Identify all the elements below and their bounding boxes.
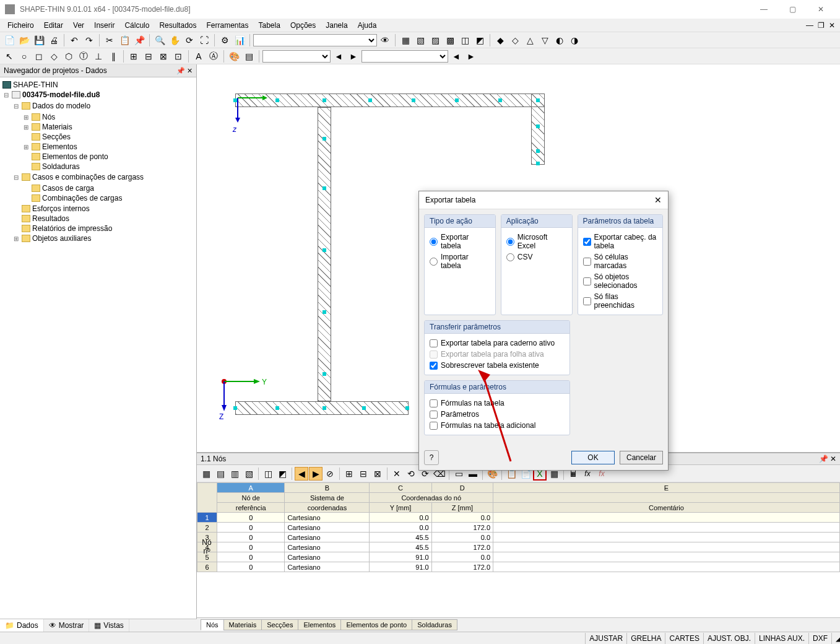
tb-new[interactable]: 📄 [2,33,16,47]
chk-celulas[interactable]: Só células marcadas [583,251,658,271]
tb2-4[interactable]: ◇ [47,50,61,63]
tb2-nav-prev[interactable]: ◄ [332,50,345,63]
menu-ficheiro[interactable]: Ficheiro [2,20,39,31]
data-grid[interactable]: A B C D E Nó de Sistema de Coordenadas d… [197,482,840,572]
menu-ver[interactable]: Ver [68,20,89,31]
tb2-16[interactable]: ▤ [242,50,256,63]
tt-hl2[interactable]: ▶ [309,467,323,481]
tree-file[interactable]: 003475-model-file.du8 [22,90,100,99]
minimize-button[interactable]: — [750,0,778,19]
menu-janela[interactable]: Janela [321,20,352,31]
chk-formulas-tabela[interactable]: Fórmulas na tabela [430,398,565,409]
tb2-8[interactable]: ∥ [106,50,120,63]
tree-materiais[interactable]: Materiais [42,123,72,131]
tb2-nav-next[interactable]: ► [347,50,360,63]
tree-casos-carga[interactable]: Casos de carga [42,184,94,193]
tb-misc-12[interactable]: ◑ [568,33,581,47]
tb-misc-3[interactable]: ▨ [428,33,442,47]
tb2-combo-2[interactable] [362,50,448,63]
menu-resultados[interactable]: Resultados [154,20,201,31]
tree-elementos-ponto[interactable]: Elementos de ponto [42,152,108,161]
chk-caderno[interactable]: Exportar tabela para caderno ativo [430,337,565,349]
col-letter-A[interactable]: A [217,483,285,493]
table-panel-pin[interactable]: 📌 ✕ [819,455,836,463]
tree-elementos[interactable]: Elementos [42,142,77,151]
table-tab-elem-ponto[interactable]: Elementos de ponto [340,619,412,630]
tb-pan[interactable]: ✋ [168,33,181,47]
status-ajust-obj[interactable]: AJUST. OBJ. [703,633,755,644]
navigator-tree[interactable]: SHAPE-THIN ⊟003475-model-file.du8 ⊟Dados… [0,77,196,632]
tb-misc-2[interactable]: ▧ [414,33,427,47]
tt-6[interactable]: ◩ [275,467,289,481]
menu-calculo[interactable]: Cálculo [119,20,154,31]
status-ajustar[interactable]: AJUSTAR [585,633,626,644]
tree-seccoes[interactable]: Secções [42,133,71,141]
tb-cut[interactable]: ✂ [103,33,116,47]
tb-fit[interactable]: ⛶ [197,33,211,47]
tree-relatorios[interactable]: Relatórios de impressão [32,224,112,233]
col-letter-B[interactable]: B [285,483,370,493]
tb2-nav-next2[interactable]: ► [464,50,478,63]
status-resize-grip[interactable]: ◢ [831,633,840,644]
status-cartes[interactable]: CARTES [665,633,703,644]
tb2-1[interactable]: ↖ [2,50,16,63]
table-row[interactable]: 1 0 Cartesiano 0.0 0.0 [197,513,840,523]
tb-misc-11[interactable]: ◐ [553,33,566,47]
tree-resultados[interactable]: Resultados [32,214,69,223]
tb2-6[interactable]: Ⓣ [77,50,90,63]
tb-misc-1[interactable]: ▦ [399,33,412,47]
table-row[interactable]: 5 0 Cartesiano 91.0 0.0 [197,552,840,562]
tb2-5[interactable]: ⬡ [62,50,76,63]
menu-ajuda[interactable]: Ajuda [353,20,382,31]
tb-misc-8[interactable]: ◇ [508,33,522,47]
tt-7[interactable]: ⊘ [323,467,337,481]
chk-sobrescrever[interactable]: Sobrescrever tabela existente [430,360,565,371]
close-button[interactable]: ✕ [807,0,835,19]
tb-misc-9[interactable]: △ [523,33,537,47]
radio-csv[interactable]: CSV [506,251,567,263]
tt-1[interactable]: ▦ [199,467,213,481]
tt-9[interactable]: ⊟ [357,467,370,481]
navigator-pin-icon[interactable]: 📌 ✕ [176,67,193,75]
tb2-3[interactable]: ◻ [32,50,46,63]
tb2-12[interactable]: ⊡ [171,50,185,63]
mdi-restore[interactable]: ❐ [815,21,826,30]
menu-opcoes[interactable]: Opções [285,20,321,31]
tt-12[interactable]: ⟲ [404,467,418,481]
radio-excel[interactable]: Microsoft Excel [506,232,567,251]
tb-misc-4[interactable]: ▩ [443,33,457,47]
status-linhas-aux[interactable]: LINHAS AUX. [755,633,808,644]
tree-dados[interactable]: Dados do modelo [32,102,90,110]
dialog-help-button[interactable]: ? [424,450,439,465]
dialog-cancel-button[interactable]: Cancelar [620,451,663,464]
table-tab-nos[interactable]: Nós [201,619,224,630]
tb-misc-10[interactable]: ▽ [538,33,552,47]
radio-importar[interactable]: Importar tabela [430,251,490,271]
table-tab-elementos[interactable]: Elementos [298,619,341,630]
tt-10[interactable]: ⊠ [371,467,384,481]
tb-print[interactable]: 🖨 [47,33,61,47]
col-letter-C[interactable]: C [370,483,431,493]
tt-hl1[interactable]: ◀ [295,467,308,481]
col-letter-E[interactable]: E [493,483,840,493]
tb-zoom[interactable]: 🔍 [153,33,167,47]
tt-8[interactable]: ⊞ [342,467,356,481]
tb-misc-6[interactable]: ◩ [473,33,487,47]
status-dxf[interactable]: DXF [808,633,831,644]
tb2-combo-1[interactable] [262,50,331,63]
tb-misc-7[interactable]: ◆ [493,33,507,47]
navtab-mostrar[interactable]: 👁 Mostrar [44,619,90,632]
tt-11[interactable]: ✕ [390,467,404,481]
tb2-2[interactable]: ○ [17,50,31,63]
tt-4[interactable]: ▧ [242,467,256,481]
tb2-13[interactable]: A [192,50,206,63]
table-row[interactable]: 3 0 Cartesiano 45.5 0.0 [197,533,840,542]
tree-casos[interactable]: Casos e combinações de cargass [32,173,144,181]
chk-formulas-adicional[interactable]: Fórmulas na tabela adicional [430,420,565,431]
tb-save[interactable]: 💾 [32,33,46,47]
tb-open[interactable]: 📂 [17,33,31,47]
tree-soldaduras[interactable]: Soldaduras [42,162,80,171]
tb-redo[interactable]: ↷ [82,33,96,47]
tree-esforcos[interactable]: Esforços internos [32,204,90,213]
navtab-dados[interactable]: 📁 Dados [0,619,44,632]
